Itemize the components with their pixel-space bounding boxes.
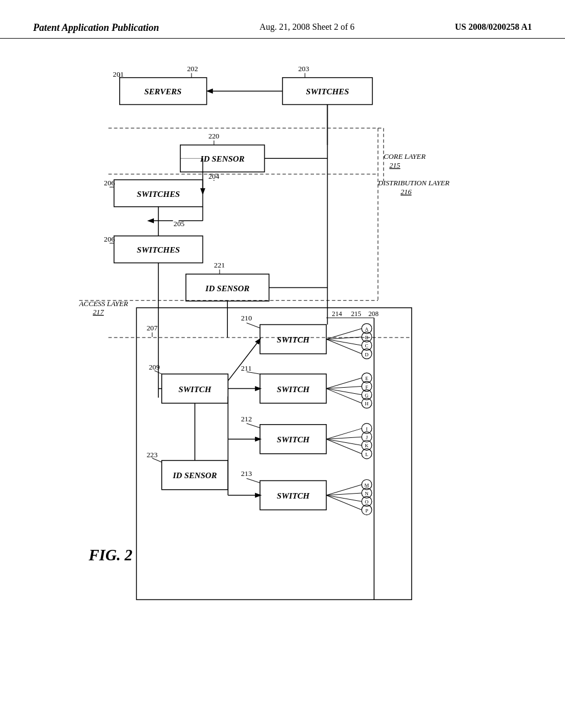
svg-line-83	[247, 478, 260, 483]
svg-text:FIG. 2: FIG. 2	[88, 547, 132, 564]
svg-text:L: L	[365, 452, 369, 457]
svg-text:206: 206	[104, 179, 115, 187]
svg-line-138	[326, 495, 361, 510]
svg-text:M: M	[365, 483, 369, 488]
svg-text:H: H	[365, 401, 369, 406]
svg-line-102	[326, 339, 361, 354]
svg-text:210: 210	[241, 314, 252, 322]
svg-text:204: 204	[209, 172, 220, 180]
svg-text:214: 214	[332, 310, 342, 318]
svg-line-125	[326, 439, 361, 445]
svg-line-77	[247, 424, 260, 428]
svg-line-126	[326, 439, 361, 453]
svg-line-113	[326, 389, 361, 395]
svg-text:203: 203	[299, 65, 310, 73]
svg-text:SWITCH: SWITCH	[277, 335, 310, 344]
svg-text:213: 213	[241, 469, 252, 478]
svg-text:J: J	[366, 435, 368, 440]
svg-line-114	[326, 389, 361, 403]
svg-text:I: I	[366, 426, 367, 432]
svg-text:SWITCH: SWITCH	[277, 491, 310, 500]
svg-text:SWITCH: SWITCH	[277, 384, 310, 394]
svg-text:207: 207	[147, 324, 158, 332]
svg-text:217: 217	[93, 308, 104, 316]
date-sheet-label: Aug. 21, 2008 Sheet 2 of 6	[259, 22, 354, 32]
svg-text:216: 216	[401, 188, 412, 196]
svg-text:SERVERS: SERVERS	[144, 87, 182, 96]
svg-text:G: G	[365, 393, 369, 398]
svg-text:P: P	[365, 508, 368, 513]
svg-text:220: 220	[209, 132, 220, 140]
svg-line-60	[152, 458, 162, 462]
svg-text:215: 215	[351, 310, 361, 318]
svg-line-101	[326, 339, 361, 345]
svg-text:208: 208	[369, 310, 379, 318]
svg-text:212: 212	[241, 415, 252, 423]
svg-text:ID SENSOR: ID SENSOR	[205, 283, 249, 293]
svg-line-112	[326, 387, 361, 389]
svg-text:D: D	[365, 352, 369, 357]
svg-text:ID SENSOR: ID SENSOR	[172, 470, 217, 480]
svg-text:221: 221	[214, 261, 225, 269]
svg-line-136	[326, 493, 361, 495]
page-header: Patent Application Publication Aug. 21, …	[0, 0, 565, 39]
svg-text:E: E	[365, 376, 369, 381]
svg-text:F: F	[365, 384, 368, 390]
svg-line-67	[247, 323, 260, 328]
svg-text:SWITCHES: SWITCHES	[137, 245, 180, 254]
svg-line-68	[228, 339, 260, 381]
diagram-area: SERVERS 201 202 SWITCHES 203 CORE LAYER …	[33, 55, 532, 684]
svg-text:209: 209	[149, 363, 160, 371]
patent-number-label: US 2008/0200258 A1	[455, 22, 532, 32]
patent-diagram: SERVERS 201 202 SWITCHES 203 CORE LAYER …	[33, 55, 532, 684]
svg-line-137	[326, 495, 361, 501]
svg-text:202: 202	[187, 65, 198, 73]
svg-text:SWITCHES: SWITCHES	[306, 87, 349, 96]
svg-text:DISTRIBUTION LAYER: DISTRIBUTION LAYER	[377, 179, 450, 187]
svg-text:206: 206	[104, 235, 115, 243]
svg-text:O: O	[365, 499, 369, 505]
svg-text:215: 215	[390, 161, 401, 169]
svg-line-111	[326, 378, 361, 388]
svg-text:CORE LAYER: CORE LAYER	[383, 152, 425, 160]
svg-text:201: 201	[113, 70, 124, 78]
svg-line-123	[326, 429, 361, 439]
svg-text:ID SENSOR: ID SENSOR	[200, 154, 244, 163]
publication-label: Patent Application Publication	[33, 22, 159, 34]
svg-text:K: K	[365, 443, 369, 448]
svg-text:SWITCHES: SWITCHES	[137, 189, 180, 199]
svg-text:211: 211	[241, 364, 252, 372]
svg-text:223: 223	[147, 451, 158, 459]
svg-text:SWITCH: SWITCH	[179, 384, 212, 394]
svg-line-135	[326, 485, 361, 495]
svg-text:N: N	[365, 491, 369, 496]
svg-text:A: A	[365, 326, 369, 332]
page: Patent Application Publication Aug. 21, …	[0, 0, 565, 728]
svg-line-124	[326, 437, 361, 439]
svg-text:SWITCH: SWITCH	[277, 435, 310, 444]
svg-text:C: C	[365, 343, 369, 349]
svg-line-72	[247, 372, 260, 374]
